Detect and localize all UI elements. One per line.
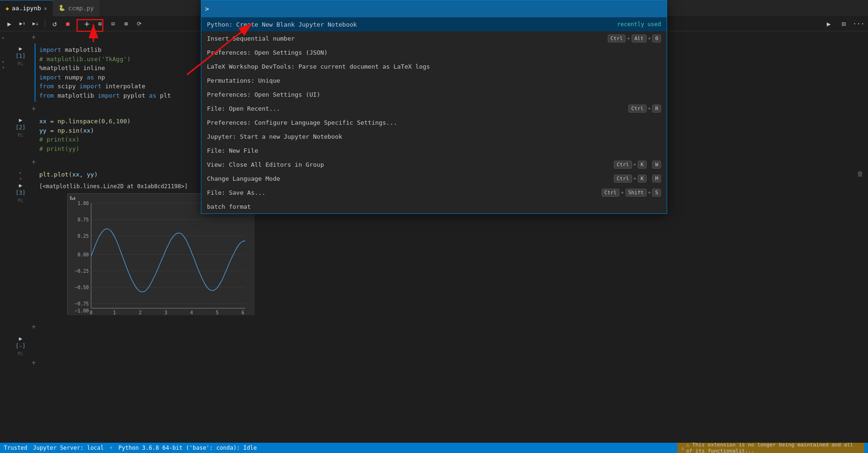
command-item-open-settings-ui[interactable]: Preferences: Open Settings (UI) <box>201 87 667 101</box>
command-item-latex[interactable]: LaTeX Workshop DevTools: Parse current d… <box>201 59 667 73</box>
command-item-left: Preferences: Open Settings (UI) <box>207 91 661 98</box>
command-item-label: File: Open Recent... <box>207 105 280 112</box>
command-item-label: View: Close All Editors in Group <box>207 161 324 168</box>
command-item-label: File: Save As... <box>207 189 265 196</box>
command-palette-overlay: Python: Create New Blank Jupyter Noteboo… <box>0 0 868 453</box>
command-item-left: Insert Sequential number <box>207 35 608 42</box>
command-item-label: Preferences: Configure Language Specific… <box>207 119 397 126</box>
command-palette-input-row <box>201 0 667 17</box>
command-item-label: Preferences: Open Settings (UI) <box>207 91 320 98</box>
command-item-left: Preferences: Open Settings (JSON) <box>207 49 661 56</box>
command-item-open-settings-json[interactable]: Preferences: Open Settings (JSON) <box>201 45 667 59</box>
command-item-left: File: Open Recent... <box>207 105 628 112</box>
command-item-create-notebook-label: Python: Create New Blank Jupyter Noteboo… <box>207 21 357 28</box>
command-item-left: View: Close All Editors in Group <box>207 161 614 168</box>
command-item-view-close-all[interactable]: View: Close All Editors in Group Ctrl + … <box>201 157 667 171</box>
command-item-label: File: New File <box>207 147 258 154</box>
command-item-label: Insert Sequential number <box>207 35 295 42</box>
command-item-left: batch format <box>207 203 661 210</box>
command-item-create-notebook[interactable]: Python: Create New Blank Jupyter Noteboo… <box>201 17 667 31</box>
command-item-label: Jupyter: Start a new Jupyter Notebook <box>207 133 342 140</box>
command-item-file-new[interactable]: File: New File <box>201 143 667 157</box>
command-item-label: Preferences: Open Settings (JSON) <box>207 49 327 56</box>
command-item-left: Jupyter: Start a new Jupyter Notebook <box>207 133 661 140</box>
command-item-left: File: New File <box>207 147 661 154</box>
command-item-jupyter-start[interactable]: Jupyter: Start a new Jupyter Notebook <box>201 129 667 143</box>
command-item-left: Preferences: Configure Language Specific… <box>207 119 661 126</box>
command-item-label: Change Language Mode <box>207 175 280 182</box>
command-item-permutations[interactable]: Permutations: Unique <box>201 73 667 87</box>
command-item-right: Ctrl + Shift + S <box>602 189 662 197</box>
command-item-left: Permutations: Unique <box>207 77 661 84</box>
command-item-create-notebook-left: Python: Create New Blank Jupyter Noteboo… <box>207 21 617 28</box>
command-palette-input[interactable] <box>205 5 663 13</box>
command-item-left: LaTeX Workshop DevTools: Parse current d… <box>207 63 661 70</box>
command-item-insert-sequential[interactable]: Insert Sequential number Ctrl + Alt + 0 <box>201 31 667 45</box>
command-palette: Python: Create New Blank Jupyter Noteboo… <box>201 0 667 214</box>
command-item-change-language[interactable]: Change Language Mode Ctrl + K M <box>201 171 667 185</box>
command-item-right: Ctrl + Alt + 0 <box>608 35 661 42</box>
command-item-label: batch format <box>207 203 251 210</box>
command-item-label: Permutations: Unique <box>207 77 280 84</box>
command-item-right: Ctrl + R <box>628 105 661 113</box>
command-item-batch-format[interactable]: batch format <box>201 199 667 213</box>
command-item-left: Change Language Mode <box>207 175 614 182</box>
command-item-left: File: Save As... <box>207 189 602 196</box>
command-item-label: LaTeX Workshop DevTools: Parse current d… <box>207 63 430 70</box>
recently-used-badge: recently used <box>617 21 661 28</box>
command-item-configure-language[interactable]: Preferences: Configure Language Specific… <box>201 115 667 129</box>
command-item-right: Ctrl + K W <box>614 161 661 169</box>
command-item-right: Ctrl + K M <box>614 175 661 183</box>
command-item-create-notebook-right: recently used <box>617 21 661 28</box>
command-item-file-save-as[interactable]: File: Save As... Ctrl + Shift + S <box>201 185 667 199</box>
command-item-file-open-recent[interactable]: File: Open Recent... Ctrl + R <box>201 101 667 115</box>
